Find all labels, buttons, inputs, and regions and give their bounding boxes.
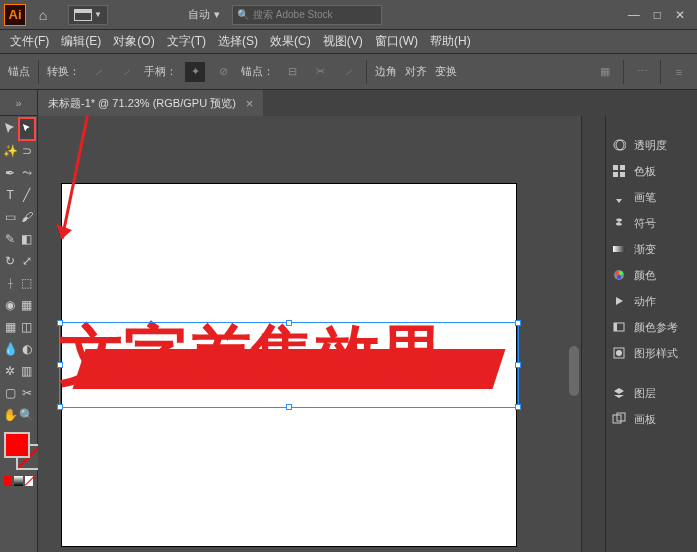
- type-tool[interactable]: T: [2, 184, 19, 206]
- svg-point-12: [619, 271, 623, 275]
- shaper-tool[interactable]: ✎: [2, 228, 19, 250]
- handle-show-icon[interactable]: ✦: [185, 62, 205, 82]
- mesh-tool[interactable]: ▦: [2, 316, 19, 338]
- menu-view[interactable]: 视图(V): [319, 31, 367, 52]
- svg-rect-2: [75, 10, 91, 13]
- right-panel-dock: 透明度 色板 画笔 符号 渐变 颜色 动作 颜色参考 图形样式 图层 画板: [581, 116, 697, 552]
- workspace-dropdown-icon[interactable]: ▾: [214, 8, 220, 21]
- document-tab-bar: » 未标题-1* @ 71.23% (RGB/GPU 预览) ×: [0, 90, 697, 116]
- paintbrush-tool[interactable]: 🖌: [19, 206, 36, 228]
- workspace-label[interactable]: 自动: [188, 7, 210, 22]
- svg-rect-7: [613, 172, 618, 177]
- svg-point-17: [616, 350, 622, 356]
- anchor2-label: 锚点：: [241, 64, 274, 79]
- artboard[interactable]: 文字差集效果: [62, 184, 516, 546]
- fill-swatch[interactable]: [4, 432, 30, 458]
- menu-file[interactable]: 文件(F): [6, 31, 53, 52]
- panel-transparency[interactable]: 透明度: [606, 132, 697, 158]
- width-tool[interactable]: ⟊: [2, 272, 19, 294]
- menu-icon[interactable]: ≡: [669, 62, 689, 82]
- graph-tool[interactable]: ▥: [19, 360, 36, 382]
- panel-layers[interactable]: 图层: [606, 380, 697, 406]
- selection-bounding-box[interactable]: [59, 322, 519, 408]
- app-logo: Ai: [4, 4, 26, 26]
- zoom-tool[interactable]: 🔍: [19, 404, 36, 426]
- options-icon[interactable]: ⋯: [632, 62, 652, 82]
- control-bar: 锚点 转换： ⟋ ⟋ 手柄： ✦ ⊘ 锚点： ⊟ ✂ ⟋ 边角 对齐 变换 ▦ …: [0, 54, 697, 90]
- menu-help[interactable]: 帮助(H): [426, 31, 475, 52]
- direct-selection-tool[interactable]: [19, 118, 36, 140]
- hand-tool[interactable]: ✋: [2, 404, 19, 426]
- eraser-tool[interactable]: ◧: [19, 228, 36, 250]
- svg-rect-6: [620, 165, 625, 170]
- align-label[interactable]: 对齐: [405, 64, 427, 79]
- panel-color[interactable]: 颜色: [606, 262, 697, 288]
- vertical-scrollbar[interactable]: [567, 116, 581, 552]
- mini-gradient-swatch[interactable]: [14, 476, 22, 486]
- isolate-icon[interactable]: ▦: [595, 62, 615, 82]
- menu-effect[interactable]: 效果(C): [266, 31, 315, 52]
- panel-graphic-styles[interactable]: 图形样式: [606, 340, 697, 366]
- convert-corner-icon[interactable]: ⟋: [88, 62, 108, 82]
- tab-bar-expand-icon[interactable]: »: [0, 90, 38, 116]
- menu-type[interactable]: 文字(T): [163, 31, 210, 52]
- panel-actions[interactable]: 动作: [606, 288, 697, 314]
- scale-tool[interactable]: ⤢: [19, 250, 36, 272]
- pen-tool[interactable]: ✒: [2, 162, 19, 184]
- selection-tool[interactable]: [2, 118, 19, 140]
- blend-tool[interactable]: ◐: [19, 338, 36, 360]
- close-button[interactable]: ✕: [675, 8, 685, 22]
- rotate-tool[interactable]: ↻: [2, 250, 19, 272]
- panel-artboards[interactable]: 画板: [606, 406, 697, 432]
- mini-color-swatch[interactable]: [4, 476, 12, 486]
- transform-label[interactable]: 变换: [435, 64, 457, 79]
- mini-none-swatch[interactable]: [25, 476, 33, 486]
- arrange-documents-button[interactable]: ▼: [68, 5, 108, 25]
- convert-smooth-icon[interactable]: ⟋: [116, 62, 136, 82]
- tutorial-arrow-annotation: [42, 116, 112, 256]
- shape-builder-tool[interactable]: ◉: [2, 294, 19, 316]
- svg-rect-15: [614, 323, 617, 331]
- panel-color-guide[interactable]: 颜色参考: [606, 314, 697, 340]
- menu-object[interactable]: 对象(O): [109, 31, 158, 52]
- rectangle-tool[interactable]: ▭: [2, 206, 19, 228]
- cut-path-icon[interactable]: ✂: [310, 62, 330, 82]
- magic-wand-tool[interactable]: ✨: [2, 140, 19, 162]
- gradient-tool[interactable]: ◫: [19, 316, 36, 338]
- handle-label: 手柄：: [144, 64, 177, 79]
- svg-point-11: [615, 271, 619, 275]
- artboard-tool[interactable]: ▢: [2, 382, 19, 404]
- tab-close-icon[interactable]: ×: [246, 96, 254, 111]
- document-tab-title: 未标题-1* @ 71.23% (RGB/GPU 预览): [48, 96, 236, 111]
- menu-bar: 文件(F) 编辑(E) 对象(O) 文字(T) 选择(S) 效果(C) 视图(V…: [0, 30, 697, 54]
- search-input[interactable]: 🔍 搜索 Adobe Stock: [232, 5, 382, 25]
- perspective-tool[interactable]: ▦: [19, 294, 36, 316]
- panel-gradient[interactable]: 渐变: [606, 236, 697, 262]
- corner-label[interactable]: 边角: [375, 64, 397, 79]
- slice-tool[interactable]: ✂: [19, 382, 36, 404]
- curvature-tool[interactable]: ⤳: [19, 162, 36, 184]
- connect-anchor-icon[interactable]: ⟋: [338, 62, 358, 82]
- lasso-tool[interactable]: ⊃: [19, 140, 36, 162]
- menu-window[interactable]: 窗口(W): [371, 31, 422, 52]
- eyedropper-tool[interactable]: 💧: [2, 338, 19, 360]
- color-swatches[interactable]: [2, 430, 35, 474]
- menu-edit[interactable]: 编辑(E): [57, 31, 105, 52]
- minimize-button[interactable]: —: [628, 8, 640, 22]
- free-transform-tool[interactable]: ⬚: [19, 272, 36, 294]
- panel-swatches[interactable]: 色板: [606, 158, 697, 184]
- document-tab[interactable]: 未标题-1* @ 71.23% (RGB/GPU 预览) ×: [38, 90, 263, 116]
- symbol-sprayer-tool[interactable]: ✲: [2, 360, 19, 382]
- panel-symbols[interactable]: 符号: [606, 210, 697, 236]
- tools-panel: ✨⊃ ✒⤳ T╱ ▭🖌 ✎◧ ↻⤢ ⟊⬚ ◉▦ ▦◫ 💧◐ ✲▥ ▢✂ ✋🔍: [0, 116, 38, 552]
- menu-select[interactable]: 选择(S): [214, 31, 262, 52]
- title-bar: Ai ⌂ ▼ 自动 ▾ 🔍 搜索 Adobe Stock — □ ✕: [0, 0, 697, 30]
- panel-brushes[interactable]: 画笔: [606, 184, 697, 210]
- handle-hide-icon[interactable]: ⊘: [213, 62, 233, 82]
- svg-rect-8: [620, 172, 625, 177]
- home-icon[interactable]: ⌂: [32, 4, 54, 26]
- remove-anchor-icon[interactable]: ⊟: [282, 62, 302, 82]
- maximize-button[interactable]: □: [654, 8, 661, 22]
- line-tool[interactable]: ╱: [19, 184, 36, 206]
- canvas-viewport[interactable]: 文字差集效果: [38, 116, 581, 552]
